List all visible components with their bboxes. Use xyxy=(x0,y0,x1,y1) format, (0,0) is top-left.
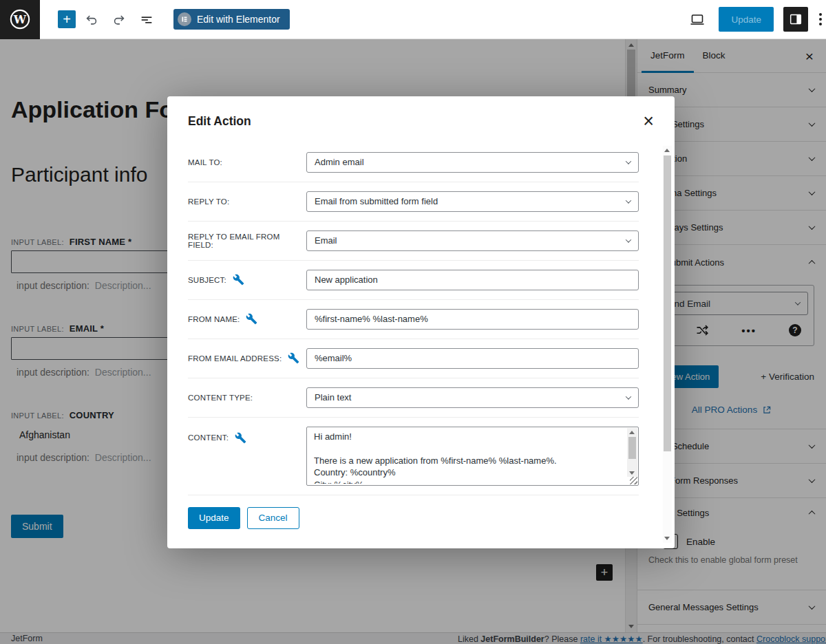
redo-button[interactable] xyxy=(107,8,131,31)
block-inserter-button[interactable]: + xyxy=(58,10,76,28)
modal-scrollbar[interactable] xyxy=(663,146,672,543)
content-textarea[interactable]: Hi admin! There is a new application fro… xyxy=(306,427,639,486)
reply-to-email-from-field-select[interactable]: Email xyxy=(306,230,639,251)
workspace: Application Form Participant info INPUT … xyxy=(0,39,826,644)
update-button[interactable]: Update xyxy=(719,7,774,32)
chevron-down-icon xyxy=(626,197,631,203)
list-view-button[interactable] xyxy=(135,8,158,31)
elementor-logo-icon xyxy=(178,12,191,26)
subject-label: SUBJECT: xyxy=(188,274,306,286)
undo-button[interactable] xyxy=(80,8,103,31)
screen: W + Edit with Elementor xyxy=(0,0,826,644)
from-email-address-label: FROM EMAIL ADDRESS: xyxy=(188,352,306,364)
list-view-icon xyxy=(139,12,154,27)
macros-wrench-icon[interactable] xyxy=(246,313,257,325)
undo-icon xyxy=(84,12,99,27)
macros-wrench-icon[interactable] xyxy=(288,352,299,364)
wordpress-logo-icon: W xyxy=(8,8,32,31)
reply-to-label: REPLY TO: xyxy=(188,197,306,206)
wordpress-menu-button[interactable]: W xyxy=(0,0,40,39)
from-name-input[interactable]: %first-name% %last-name% xyxy=(306,309,639,330)
edit-with-elementor-button[interactable]: Edit with Elementor xyxy=(173,9,290,30)
scroll-up-arrow[interactable] xyxy=(629,431,635,434)
mail-to-select[interactable]: Admin email xyxy=(306,152,639,173)
settings-sidebar-toggle[interactable] xyxy=(783,7,808,32)
subject-input[interactable]: New application xyxy=(306,270,639,290)
reply-to-email-from-field-label: REPLY TO EMAIL FROM FIELD: xyxy=(188,233,306,249)
sidebar-toggle-icon xyxy=(788,12,803,27)
content-type-select[interactable]: Plain text xyxy=(306,387,639,408)
editor-topbar: W + Edit with Elementor xyxy=(0,0,826,39)
modal-body: MAIL TO: Admin email REPLY TO: Email fro… xyxy=(167,140,675,529)
chevron-down-icon xyxy=(626,394,631,399)
laptop-icon xyxy=(689,11,706,28)
content-type-label: CONTENT TYPE: xyxy=(188,394,306,402)
chevron-down-icon xyxy=(626,158,631,164)
content-label: CONTENT: xyxy=(188,427,306,444)
textarea-scrollbar[interactable] xyxy=(627,428,637,477)
preview-button[interactable] xyxy=(686,8,709,31)
options-menu-button[interactable] xyxy=(818,10,823,28)
scrollbar-thumb[interactable] xyxy=(628,437,636,459)
svg-text:W: W xyxy=(13,13,27,26)
resize-grip[interactable] xyxy=(630,477,637,484)
elementor-button-label: Edit with Elementor xyxy=(197,14,280,25)
scroll-up-arrow[interactable] xyxy=(664,149,670,152)
from-email-address-input[interactable]: %email% xyxy=(306,348,639,369)
modal-title: Edit Action xyxy=(188,114,251,129)
modal-cancel-button[interactable]: Cancel xyxy=(247,507,299,529)
chevron-down-icon xyxy=(626,237,631,242)
edit-action-modal: Edit Action × MAIL TO: Admin email REPLY… xyxy=(167,96,675,548)
modal-update-button[interactable]: Update xyxy=(188,507,240,529)
close-modal-button[interactable]: × xyxy=(643,114,654,129)
redo-icon xyxy=(112,12,127,27)
macros-wrench-icon[interactable] xyxy=(235,432,246,444)
scroll-down-arrow[interactable] xyxy=(664,537,670,540)
from-name-label: FROM NAME: xyxy=(188,313,306,325)
scroll-down-arrow[interactable] xyxy=(629,471,635,475)
macros-wrench-icon[interactable] xyxy=(233,274,244,286)
reply-to-select[interactable]: Email from submitted form field xyxy=(306,191,639,212)
scrollbar-thumb[interactable] xyxy=(664,155,671,451)
mail-to-label: MAIL TO: xyxy=(188,158,306,167)
